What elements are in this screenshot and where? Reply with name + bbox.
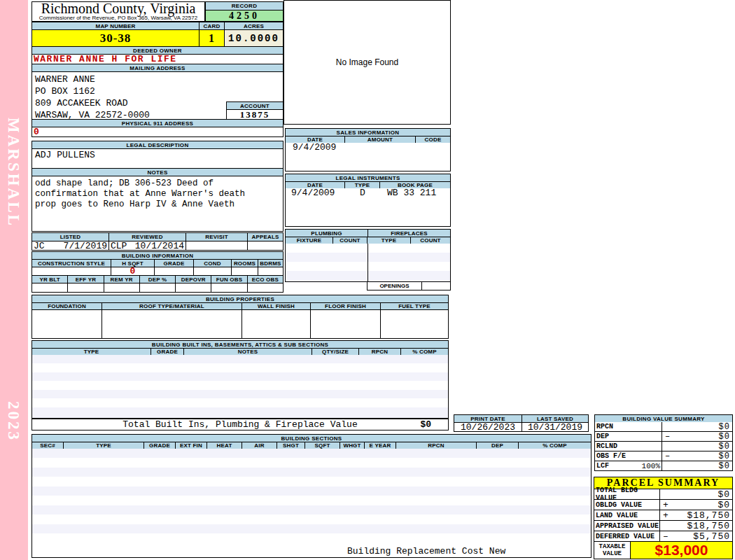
table-row (285, 271, 451, 282)
listed-by: JC (34, 241, 45, 250)
instrument-book-page: WB 33 211 (380, 188, 450, 197)
notes-line: confirmation that at Anne Warner's death (35, 189, 283, 200)
appeals-value (248, 241, 283, 250)
building-properties-values (31, 309, 449, 339)
table-row (285, 244, 451, 253)
plumbing-count-label: COUNT (333, 237, 368, 244)
property-record-card: MARSHALL 2023 Richmond County, Virginia … (0, 0, 735, 560)
physical-911-value: 0 (31, 127, 284, 137)
h-sqft-value: 0 (111, 267, 155, 275)
taxable-value-label: TAXABLE VALUE (594, 542, 631, 559)
county-title: Richmond County, Virginia (32, 2, 204, 15)
roof-type-label: ROOF TYPE/MATERIAL (102, 303, 242, 309)
plumbing-title: PLUMBING (286, 230, 368, 237)
built-in-type-label: TYPE (32, 349, 151, 355)
table-row (31, 533, 592, 547)
built-in-qty-label: QTY/SIZE (312, 349, 359, 355)
summary-row: OBLDG VALUE +$0 (594, 500, 733, 510)
notes-box: odd shape land; DB 306-523 Deed of confi… (31, 176, 284, 232)
sqft-label: SQFT (305, 442, 340, 449)
h-sqft-label: H SQFT (111, 260, 155, 267)
air-label: AIR (242, 442, 277, 449)
table-row (31, 381, 449, 391)
sidebar-vendor-label: MARSHALL (4, 118, 22, 227)
depovr-label: DEPOVR (176, 276, 211, 283)
table-row (285, 262, 451, 272)
heat-label: HEAT (207, 442, 242, 449)
eff-yr-label: EFF YR (68, 276, 104, 283)
fuel-type-label: FUEL TYPE (381, 303, 448, 309)
table-row (285, 152, 451, 162)
built-in-rpcn-label: RPCN (359, 349, 401, 355)
sec-label: SEC# (32, 442, 64, 449)
floor-finish-label: FLOOR FINISH (311, 303, 381, 309)
acres-value: 10.0000 (225, 30, 283, 46)
property-photo-placeholder: No Image Found (284, 0, 451, 125)
table-row (285, 253, 451, 262)
account-box: ACCOUNT 13875 (226, 102, 284, 120)
sidebar: MARSHALL 2023 (0, 0, 28, 560)
construction-style-label: CONSTRUCTION STYLE (32, 260, 111, 267)
summary-row: RCLND $0 (594, 442, 733, 451)
replacement-cost-note: Building Replacement Cost New (347, 546, 505, 557)
taxable-value: $13,000 (631, 542, 732, 559)
notes-line: prop goes to Reno Harp IV & Anne Vaeth (35, 200, 283, 210)
table-row (285, 161, 451, 172)
building-info-values-2 (31, 283, 284, 293)
revisit-label: REVISIT (186, 233, 248, 241)
section-comp-label: % COMP (519, 442, 591, 449)
summary-row: LAND VALUE +$18,750 (594, 510, 733, 521)
dep-pct-label: DEP % (140, 276, 176, 283)
parcel-summary: PARCEL SUMMARY TOTAL BLDG VALUE $0 OBLDG… (594, 477, 733, 559)
fireplace-type-label: TYPE (368, 237, 411, 244)
table-row (31, 398, 449, 408)
reviewed-by: CLP (111, 241, 127, 250)
mailing-line: WARNER ANNE (35, 74, 283, 85)
table-row (31, 496, 592, 506)
appeals-label: APPEALS (248, 233, 283, 241)
card-label: CARD (200, 22, 225, 29)
cond-label: COND (194, 260, 232, 267)
built-ins-total-label: Total Built Ins, Plumbing & Fireplace Va… (122, 419, 357, 430)
summary-row: TOTAL BLDG VALUE $0 (594, 489, 733, 500)
rooms-label: ROOMS (232, 260, 258, 267)
taxable-value-row: TAXABLE VALUE $13,000 (594, 542, 733, 559)
acres-label: ACRES (225, 22, 283, 29)
last-saved-label: LAST SAVED (522, 415, 588, 422)
table-row (31, 449, 592, 458)
record-value: 4250 (205, 10, 284, 22)
summary-row: OBS F/E –$0 (594, 451, 733, 461)
map-number-value: 30-38 (32, 30, 200, 46)
built-in-comp-label: % COMP (401, 349, 448, 355)
listed-date: 7/1/2019 (64, 241, 107, 250)
built-ins-total-value: $0 (420, 419, 431, 430)
summary-row: DEFERRED VALUE –$5,750 (594, 531, 733, 542)
openings-value (422, 282, 450, 290)
fixture-label: FIXTURE (286, 237, 333, 244)
section-type-label: TYPE (64, 442, 144, 449)
section-dep-label: DEP (477, 442, 519, 449)
print-info-values: 10/26/2023 10/31/2019 (454, 422, 589, 432)
fireplaces-title: FIREPLACES (368, 230, 450, 237)
table-row (285, 197, 451, 207)
record-box: RECORD 4250 (205, 1, 284, 22)
card-value: 1 (200, 30, 225, 46)
account-value: 13875 (226, 110, 284, 120)
bdrms-label: BDRMS (258, 260, 283, 267)
shgt-label: SHGT (277, 442, 305, 449)
summary-row: APPRAISED VALUE $18,750 (594, 521, 733, 531)
print-date-value: 10/26/2023 (454, 423, 522, 431)
sidebar-year-label: 2023 (4, 401, 22, 442)
sales-amount-label: AMOUNT (345, 136, 416, 143)
table-row (285, 206, 451, 216)
table-row (31, 486, 592, 496)
print-date-label: PRINT DATE (454, 415, 522, 422)
legal-instrument-row: 9/4/2009 D WB 33 211 (285, 188, 451, 198)
table-row (31, 407, 449, 419)
table-row (31, 363, 449, 373)
revisit-value (186, 241, 248, 250)
record-label: RECORD (205, 1, 284, 10)
reviewed-label: REVIEWED (109, 233, 186, 241)
deeded-owner-value: WARNER ANNE H FOR LIFE (31, 54, 284, 64)
built-in-notes-label: NOTES (184, 349, 312, 355)
